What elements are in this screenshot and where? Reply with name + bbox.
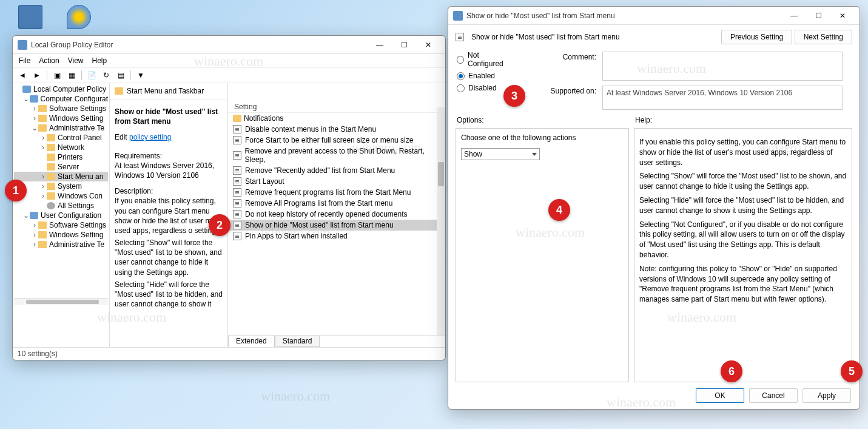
policy-icon — [233, 232, 241, 240]
desktop-app-icon[interactable] — [18, 5, 42, 29]
policy-icon — [233, 166, 241, 175]
tree-horizontal-scrollbar[interactable] — [26, 300, 99, 304]
folder-icon — [47, 173, 55, 180]
folder-icon — [47, 144, 55, 151]
gpedit-app-icon — [18, 40, 27, 50]
export-button[interactable]: 📄 — [86, 70, 98, 81]
folder-icon — [47, 134, 55, 141]
policy-icon — [233, 188, 241, 197]
gpedit-menubar: File Action View Help — [13, 54, 445, 68]
options-panel: Choose one of the following actions Show — [456, 128, 629, 382]
help-text: Selecting "Hide" will force the "Most us… — [639, 195, 847, 216]
tab-extended[interactable]: Extended — [228, 336, 275, 347]
chevron-down-icon — [532, 153, 537, 156]
dialog-titlebar[interactable]: Show or hide "Most used" list from Start… — [448, 7, 860, 25]
gpedit-titlebar[interactable]: Local Group Policy Editor — ☐ ✕ — [13, 36, 445, 54]
up-button[interactable]: ▣ — [51, 70, 63, 81]
refresh-button[interactable]: ↻ — [100, 70, 112, 81]
list-item[interactable]: Notifications — [228, 113, 445, 124]
callout-2: 2 — [209, 214, 230, 236]
tree-user-config[interactable]: ⌄User Configuration — [14, 211, 108, 220]
supported-text: At least Windows Server 2016, Windows 10… — [602, 86, 843, 110]
selected-policy-title: Show or hide "Most used" list from Start… — [115, 107, 218, 126]
tree-server[interactable]: Server — [14, 162, 108, 172]
action-select[interactable]: Show — [461, 148, 540, 160]
options-instruction: Choose one of the following actions — [461, 133, 624, 142]
apply-button[interactable]: Apply — [802, 388, 851, 403]
policy-icon — [233, 221, 241, 229]
tree-software-settings-2[interactable]: ›Software Settings — [14, 220, 108, 230]
list-item[interactable]: Start Layout — [228, 176, 445, 187]
help-text: Note: configuring this policy to "Show" … — [639, 264, 847, 305]
menu-help[interactable]: Help — [92, 56, 107, 65]
gear-icon — [30, 95, 38, 103]
tree-windows-settings-2[interactable]: ›Windows Setting — [14, 230, 108, 240]
computer-icon — [22, 86, 31, 93]
tree-root[interactable]: Local Computer Policy — [14, 84, 108, 94]
tree-all-settings[interactable]: All Settings — [14, 201, 108, 211]
properties-button[interactable]: ▤ — [115, 70, 127, 81]
ok-button[interactable]: OK — [696, 388, 744, 403]
settings-list-pane: Setting Notifications Disable context me… — [228, 83, 445, 347]
tab-standard[interactable]: Standard — [275, 336, 320, 347]
tree-admin-templates[interactable]: ⌄Administrative Te — [14, 123, 108, 133]
list-item[interactable]: Remove All Programs list from the Start … — [228, 198, 445, 209]
tree-software-settings[interactable]: ›Software Settings — [14, 104, 108, 113]
menu-view[interactable]: View — [68, 56, 84, 65]
tree-system[interactable]: ›System — [14, 181, 108, 191]
folder-icon — [233, 115, 241, 122]
maximize-button[interactable]: ☐ — [392, 38, 416, 52]
menu-action[interactable]: Action — [39, 56, 59, 65]
show-hide-tree-button[interactable]: ▦ — [66, 70, 78, 81]
description-text-1: If you enable this policy setting, you c… — [115, 197, 221, 235]
radio-enabled[interactable]: Enabled — [448, 70, 521, 82]
folder-icon — [115, 87, 123, 95]
column-header-setting[interactable]: Setting — [228, 101, 445, 113]
close-button[interactable]: ✕ — [830, 8, 855, 23]
filter-button[interactable]: ▼ — [135, 70, 147, 81]
list-item-selected[interactable]: Show or hide "Most used" list from Start… — [228, 220, 445, 231]
list-item[interactable]: Remove frequent programs list from the S… — [228, 187, 445, 198]
cancel-button[interactable]: Cancel — [749, 388, 798, 403]
list-item[interactable]: Disable context menus in the Start Menu — [228, 124, 445, 135]
tree-network[interactable]: ›Network — [14, 143, 108, 152]
description-header: Start Menu and Taskbar — [127, 87, 204, 95]
help-text: If you enable this policy setting, you c… — [639, 137, 847, 167]
radio-not-configured[interactable]: Not Configured — [448, 49, 521, 70]
callout-5: 5 — [841, 360, 863, 382]
maximize-button[interactable]: ☐ — [806, 8, 830, 23]
folder-icon — [47, 154, 55, 161]
tree-computer-config[interactable]: ⌄Computer Configurat — [14, 94, 108, 104]
list-item[interactable]: Do not keep history of recently opened d… — [228, 209, 445, 220]
folder-icon — [47, 183, 55, 190]
tree-windows-settings[interactable]: ›Windows Setting — [14, 113, 108, 123]
desktop-magnifier-icon[interactable] — [67, 5, 91, 29]
comment-textarea[interactable] — [602, 52, 843, 81]
tree-control-panel[interactable]: ›Control Panel — [14, 133, 108, 143]
user-icon — [30, 212, 38, 219]
gpedit-tree[interactable]: Local Computer Policy ⌄Computer Configur… — [13, 83, 110, 347]
edit-policy-link[interactable]: policy setting — [129, 133, 171, 141]
tree-admin-templates-2[interactable]: ›Administrative Te — [14, 240, 108, 249]
list-item[interactable]: Remove "Recently added" list from Start … — [228, 165, 445, 176]
list-item[interactable]: Force Start to be either full screen siz… — [228, 135, 445, 146]
previous-setting-button[interactable]: Previous Setting — [721, 30, 792, 44]
list-item[interactable]: Remove and prevent access to the Shut Do… — [228, 146, 445, 165]
folder-icon — [38, 221, 47, 229]
list-vertical-scrollbar[interactable] — [437, 107, 445, 335]
help-text: Selecting "Show" will force the "Most us… — [639, 171, 847, 192]
tree-start-menu[interactable]: ›Start Menu an — [14, 172, 108, 181]
tree-windows-components[interactable]: ›Windows Con — [14, 191, 108, 201]
next-setting-button[interactable]: Next Setting — [795, 30, 852, 44]
back-button[interactable]: ◄ — [16, 70, 29, 81]
watermark: winaero.com — [261, 388, 330, 404]
menu-file[interactable]: File — [19, 56, 30, 65]
description-label: Description: — [115, 187, 153, 195]
list-item[interactable]: Pin Apps to Start when installed — [228, 231, 445, 242]
minimize-button[interactable]: — — [782, 8, 806, 23]
close-button[interactable]: ✕ — [416, 38, 440, 52]
minimize-button[interactable]: — — [368, 38, 392, 52]
policy-heading: Show or hide "Most used" list from Start… — [471, 33, 620, 41]
forward-button[interactable]: ► — [31, 70, 43, 81]
tree-printers[interactable]: Printers — [14, 152, 108, 162]
